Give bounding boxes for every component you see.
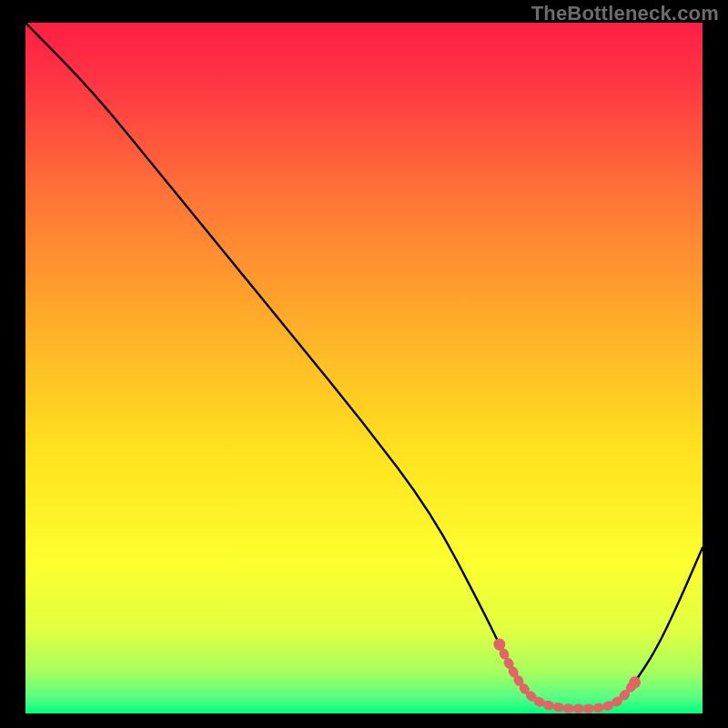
highlight-start-dot bbox=[493, 639, 505, 651]
plot-background bbox=[25, 23, 703, 713]
highlight-end-dot bbox=[629, 676, 641, 688]
chart-container: TheBottleneck.com bbox=[0, 0, 728, 728]
watermark-label: TheBottleneck.com bbox=[531, 2, 719, 25]
plot-area bbox=[25, 23, 703, 713]
chart-svg bbox=[25, 23, 703, 713]
